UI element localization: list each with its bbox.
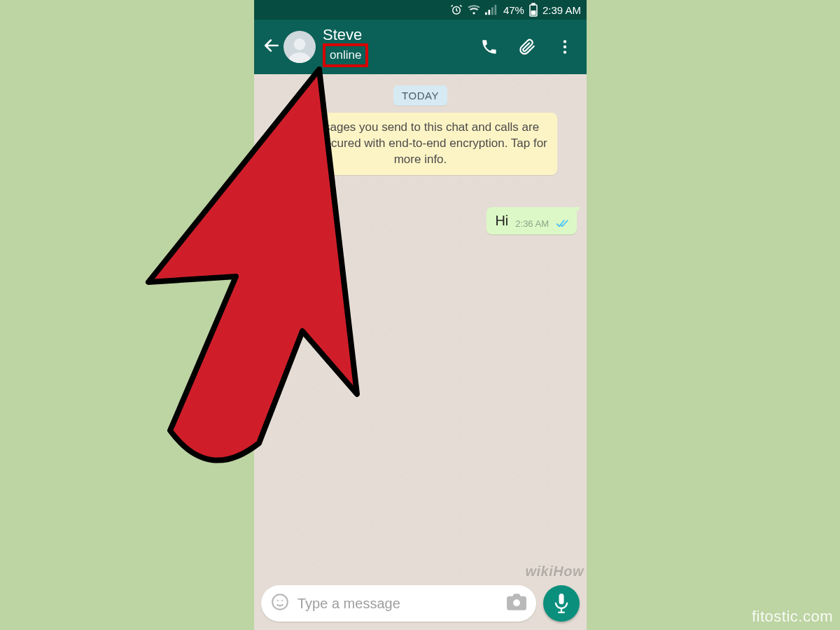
- svg-rect-7: [531, 10, 536, 15]
- emoji-icon[interactable]: [271, 593, 289, 614]
- svg-point-15: [513, 599, 520, 606]
- contact-name: Steve: [323, 27, 480, 43]
- svg-rect-6: [532, 4, 535, 5]
- composer-bar: Type a message: [254, 580, 587, 630]
- svg-rect-2: [488, 10, 490, 15]
- contact-status: online: [326, 46, 365, 64]
- site-watermark: fitostic.com: [752, 608, 833, 626]
- read-ticks-icon: [556, 219, 570, 229]
- message-input[interactable]: Type a message: [261, 585, 536, 622]
- date-chip: TODAY: [393, 85, 447, 106]
- contact-info[interactable]: Steve online: [323, 27, 480, 67]
- message-time: 2:36 AM: [515, 218, 549, 229]
- status-highlight-box: online: [323, 43, 368, 67]
- chat-header[interactable]: Steve online: [254, 20, 587, 74]
- battery-percentage: 47%: [503, 4, 524, 16]
- svg-point-11: [564, 50, 566, 53]
- svg-point-12: [272, 594, 288, 610]
- camera-icon[interactable]: [507, 594, 526, 613]
- attach-button[interactable]: [518, 38, 536, 56]
- svg-rect-16: [559, 594, 564, 604]
- wifi-icon: [467, 4, 481, 15]
- message-text: Hi: [495, 213, 508, 229]
- call-button[interactable]: [480, 38, 498, 56]
- android-status-bar: 47% 2:39 AM: [254, 0, 587, 20]
- svg-point-10: [564, 46, 566, 48]
- message-bubble-out[interactable]: Hi 2:36 AM: [486, 207, 577, 234]
- svg-point-8: [294, 38, 306, 50]
- menu-button[interactable]: [556, 38, 574, 56]
- wikihow-watermark: wikiHow: [525, 564, 584, 580]
- message-row: Hi 2:36 AM: [264, 207, 577, 234]
- svg-point-14: [281, 600, 283, 601]
- svg-point-9: [564, 40, 566, 43]
- signal-icon: [485, 4, 498, 15]
- svg-rect-1: [485, 13, 487, 15]
- avatar[interactable]: [284, 31, 316, 63]
- chat-area[interactable]: TODAY Messages you send to this chat and…: [254, 74, 587, 580]
- alarm-icon: [450, 4, 463, 16]
- status-bar-time: 2:39 AM: [542, 4, 581, 16]
- back-button[interactable]: [261, 36, 282, 57]
- message-placeholder: Type a message: [298, 596, 498, 612]
- phone-frame: 47% 2:39 AM Steve online: [254, 0, 587, 630]
- svg-rect-4: [494, 5, 496, 15]
- svg-point-13: [277, 600, 279, 601]
- battery-icon: [528, 3, 538, 17]
- mic-button[interactable]: [543, 585, 580, 622]
- svg-rect-3: [491, 7, 493, 15]
- encryption-banner[interactable]: Messages you send to this chat and calls…: [284, 113, 557, 175]
